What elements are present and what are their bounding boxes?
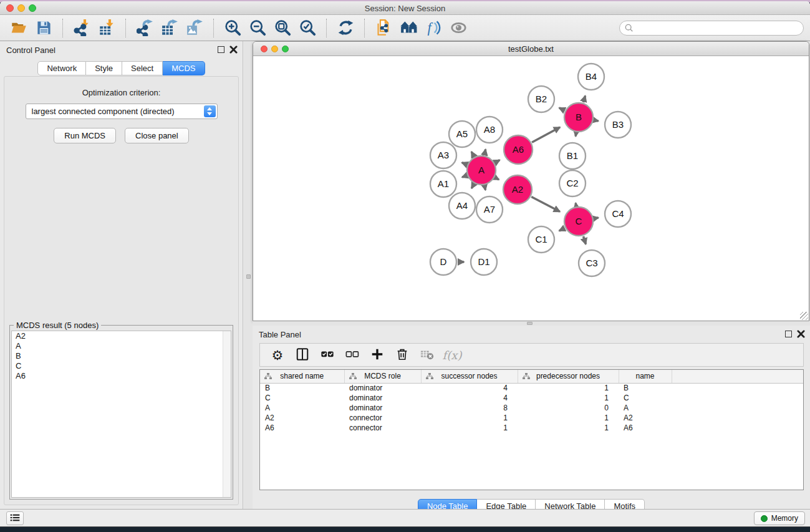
- tab-select[interactable]: Select: [122, 61, 163, 75]
- float-panel-icon[interactable]: [218, 46, 224, 53]
- graph-edge-A-A2[interactable]: [495, 178, 499, 180]
- graph-edge-A6-B[interactable]: [532, 127, 560, 142]
- column-header-shared-name[interactable]: shared name: [260, 370, 344, 383]
- export-image-button[interactable]: [182, 18, 207, 38]
- save-session-button[interactable]: [31, 18, 56, 38]
- table-cell[interactable]: 4: [421, 393, 518, 403]
- mcds-list-scrollbar[interactable]: [223, 331, 231, 497]
- table-cell[interactable]: 1: [421, 413, 518, 423]
- mcds-result-item[interactable]: A2: [12, 331, 231, 341]
- graph-edge-C-C1[interactable]: [559, 228, 565, 231]
- graph-node-A1[interactable]: A1: [430, 171, 456, 197]
- graph-node-B3[interactable]: B3: [605, 112, 631, 138]
- table-row[interactable]: Adominator80A: [260, 403, 803, 413]
- divider-grip-icon[interactable]: [527, 322, 533, 325]
- zoom-in-button[interactable]: [220, 18, 245, 38]
- delete-column-button[interactable]: [391, 346, 413, 364]
- close-panel-icon[interactable]: [797, 330, 805, 338]
- column-visibility-button[interactable]: [291, 346, 314, 364]
- zoom-fit-button[interactable]: [270, 18, 295, 38]
- select-all-button[interactable]: [316, 346, 339, 364]
- graph-node-C1[interactable]: C1: [528, 226, 554, 253]
- table-cell[interactable]: 4: [421, 383, 518, 393]
- table-cell[interactable]: A: [619, 403, 672, 413]
- task-history-button[interactable]: [6, 511, 24, 525]
- deselect-all-button[interactable]: [341, 346, 364, 364]
- table-cell[interactable]: 1: [518, 413, 619, 423]
- graph-node-A[interactable]: A: [467, 156, 496, 185]
- table-cell[interactable]: A6: [619, 423, 672, 433]
- graph-node-A2[interactable]: A2: [503, 175, 532, 204]
- graph-edge-A-A1[interactable]: [462, 175, 466, 177]
- graph-edge-A-A6[interactable]: [495, 160, 500, 163]
- table-cell[interactable]: 0: [518, 403, 619, 413]
- search-input[interactable]: [619, 21, 804, 36]
- table-cell[interactable]: dominator: [344, 403, 421, 413]
- home-button[interactable]: [396, 18, 421, 38]
- table-cell[interactable]: B: [260, 383, 344, 393]
- graph-edge-A-A7[interactable]: [485, 185, 485, 190]
- table-cell[interactable]: 8: [421, 403, 518, 413]
- graph-node-B4[interactable]: B4: [578, 64, 604, 90]
- table-cell[interactable]: 1: [518, 423, 619, 433]
- copy-network-button[interactable]: [371, 18, 396, 38]
- open-file-button[interactable]: [6, 18, 31, 38]
- graph-node-C4[interactable]: C4: [605, 201, 631, 227]
- graph-node-A6[interactable]: A6: [504, 135, 533, 164]
- network-graph[interactable]: B4B2BB3A8A5A6A3B1AA1C2A2A4A7CC1C4C3DD1: [254, 57, 808, 320]
- import-network-button[interactable]: [69, 18, 94, 38]
- export-table-button[interactable]: [157, 18, 182, 38]
- graph-node-A5[interactable]: A5: [449, 121, 475, 147]
- table-cell[interactable]: C: [260, 393, 344, 403]
- table-cell[interactable]: dominator: [344, 393, 421, 403]
- network-window-titlebar[interactable]: testGlobe.txt: [253, 42, 809, 56]
- graph-node-B1[interactable]: B1: [559, 143, 586, 169]
- graph-edge-A-A8[interactable]: [485, 149, 486, 155]
- graph-node-C[interactable]: C: [564, 207, 593, 236]
- table-cell[interactable]: [672, 383, 803, 393]
- graph-node-A3[interactable]: A3: [430, 142, 456, 168]
- table-row[interactable]: A2connector11A2: [260, 413, 803, 423]
- table-settings-button[interactable]: ⚙: [266, 346, 289, 364]
- tab-network[interactable]: Network: [37, 61, 86, 75]
- graph-node-B2[interactable]: B2: [528, 86, 554, 112]
- close-panel-icon[interactable]: [229, 46, 238, 54]
- float-panel-icon[interactable]: [785, 331, 792, 337]
- destroy-table-button[interactable]: [416, 346, 438, 364]
- add-column-button[interactable]: [366, 346, 388, 364]
- table-cell[interactable]: [672, 403, 803, 413]
- graph-edge-B-B1[interactable]: [576, 133, 576, 137]
- table-cell[interactable]: 1: [518, 393, 619, 403]
- column-header-successor-nodes[interactable]: successor nodes: [421, 370, 518, 383]
- table-cell[interactable]: 1: [518, 383, 619, 393]
- divider-grip-icon[interactable]: [246, 274, 251, 279]
- graph-node-C3[interactable]: C3: [579, 250, 605, 276]
- graph-node-C2[interactable]: C2: [559, 170, 586, 196]
- table-cell[interactable]: C: [619, 393, 672, 403]
- run-mcds-button[interactable]: Run MCDS: [54, 128, 116, 143]
- app-titlebar[interactable]: Session: New Session: [0, 1, 810, 15]
- graph-edge-B-B3[interactable]: [594, 120, 599, 121]
- panel-divider-horizontal[interactable]: [253, 321, 810, 326]
- network-canvas[interactable]: B4B2BB3A8A5A6A3B1AA1C2A2A4A7CC1C4C3DD1: [254, 57, 808, 320]
- hide-graphics-details-button[interactable]: f: [421, 18, 446, 38]
- graph-edge-C-C3[interactable]: [583, 236, 586, 244]
- table-cell[interactable]: [672, 423, 803, 433]
- table-cell[interactable]: [672, 413, 803, 423]
- column-header-name[interactable]: name: [619, 370, 672, 383]
- resize-grip-icon[interactable]: [800, 312, 808, 320]
- tab-style[interactable]: Style: [86, 61, 122, 75]
- table-row[interactable]: Cdominator41C: [260, 393, 803, 403]
- table-row[interactable]: A6connector11A6: [260, 423, 803, 433]
- graph-edge-A-A3[interactable]: [462, 163, 467, 165]
- graph-node-D1[interactable]: D1: [471, 249, 497, 275]
- equation-builder-button[interactable]: f(x): [441, 346, 463, 364]
- mcds-result-item[interactable]: B: [12, 351, 231, 361]
- table-cell[interactable]: B: [619, 383, 672, 393]
- tab-mcds[interactable]: MCDS: [163, 61, 205, 75]
- table-cell[interactable]: A2: [619, 413, 672, 423]
- table-cell[interactable]: connector: [344, 423, 421, 433]
- graph-node-A4[interactable]: A4: [449, 193, 475, 219]
- graph-edge-A-A5[interactable]: [471, 152, 474, 157]
- memory-button[interactable]: Memory: [754, 511, 805, 525]
